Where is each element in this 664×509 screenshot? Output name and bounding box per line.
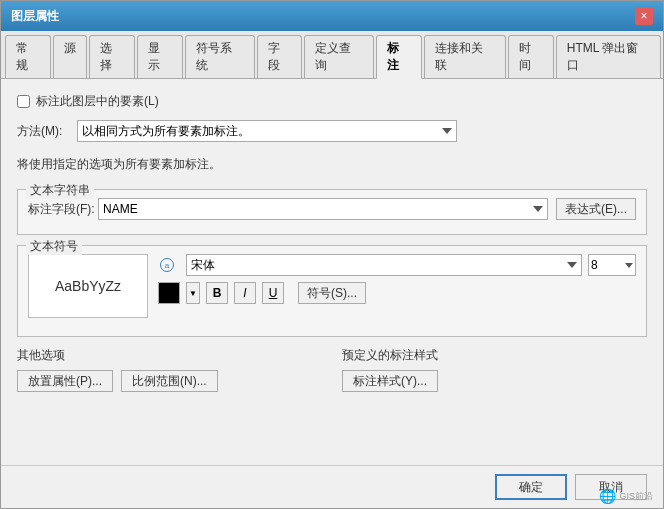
tab-selection[interactable]: 选择 [89, 35, 135, 78]
text-string-group: 文本字符串 标注字段(F): NAME 表达式(E)... [17, 189, 647, 235]
ok-button[interactable]: 确定 [495, 474, 567, 500]
text-symbol-group: 文本符号 AaBbYyZz a 宋体 8 [17, 245, 647, 337]
tab-bar: 常规 源 选择 显示 符号系统 字段 定义查询 标注 连接和关联 时间 HTML… [1, 31, 663, 79]
predefined-buttons: 标注样式(Y)... [342, 370, 647, 392]
scale-button[interactable]: 比例范围(N)... [121, 370, 218, 392]
predefined-group: 预定义的标注样式 标注样式(Y)... [342, 347, 647, 392]
symbol-section: AaBbYyZz a 宋体 8 [28, 254, 636, 318]
font-size-select[interactable]: 8 [588, 254, 636, 276]
text-symbol-title: 文本符号 [26, 238, 82, 255]
method-select[interactable]: 以相同方式为所有要素加标注。 [77, 120, 457, 142]
font-icon: a [158, 256, 176, 274]
tab-source[interactable]: 源 [53, 35, 87, 78]
tab-labels[interactable]: 标注 [376, 35, 422, 79]
tab-symbology[interactable]: 符号系统 [185, 35, 255, 78]
text-string-title: 文本字符串 [26, 182, 94, 199]
tab-joins[interactable]: 连接和关联 [424, 35, 506, 78]
predefined-title: 预定义的标注样式 [342, 347, 647, 364]
symbol-button[interactable]: 符号(S)... [298, 282, 366, 304]
label-field-row: 标注字段(F): NAME 表达式(E)... [28, 198, 636, 220]
watermark: 🌐 GIS前沿 [599, 488, 653, 504]
other-options-group: 其他选项 放置属性(P)... 比例范围(N)... [17, 347, 322, 392]
font-preview: AaBbYyZz [28, 254, 148, 318]
info-text: 将使用指定的选项为所有要素加标注。 [17, 156, 647, 173]
title-bar: 图层属性 × [1, 1, 663, 31]
label-checkbox[interactable] [17, 95, 30, 108]
tab-time[interactable]: 时间 [508, 35, 554, 78]
italic-button[interactable]: I [234, 282, 256, 304]
window-title: 图层属性 [11, 8, 59, 25]
main-window: 图层属性 × 常规 源 选择 显示 符号系统 字段 定义查询 标注 连接和关联 … [0, 0, 664, 509]
other-section: 其他选项 放置属性(P)... 比例范围(N)... 预定义的标注样式 标注样式… [17, 347, 647, 392]
bold-button[interactable]: B [206, 282, 228, 304]
tab-definition-query[interactable]: 定义查询 [304, 35, 374, 78]
font-color-button[interactable] [158, 282, 180, 304]
expression-button[interactable]: 表达式(E)... [556, 198, 636, 220]
font-controls: a 宋体 8 ▼ B I U [158, 254, 636, 318]
font-name-select[interactable]: 宋体 [186, 254, 582, 276]
label-field-label: 标注字段(F): [28, 201, 98, 218]
method-row: 方法(M): 以相同方式为所有要素加标注。 [17, 120, 647, 142]
placement-button[interactable]: 放置属性(P)... [17, 370, 113, 392]
label-field-select[interactable]: NAME [98, 198, 548, 220]
close-button[interactable]: × [635, 7, 653, 25]
font-name-row: a 宋体 8 [158, 254, 636, 276]
bottom-bar: 确定 取消 🌐 GIS前沿 [1, 465, 663, 508]
underline-button[interactable]: U [262, 282, 284, 304]
font-color-dropdown[interactable]: ▼ [186, 282, 200, 304]
other-buttons: 放置属性(P)... 比例范围(N)... [17, 370, 322, 392]
label-checkbox-label: 标注此图层中的要素(L) [36, 93, 159, 110]
font-style-row: ▼ B I U 符号(S)... [158, 282, 636, 304]
label-style-button[interactable]: 标注样式(Y)... [342, 370, 438, 392]
other-options-title: 其他选项 [17, 347, 322, 364]
tab-html-popup[interactable]: HTML 弹出窗口 [556, 35, 661, 78]
tab-display[interactable]: 显示 [137, 35, 183, 78]
tab-fields[interactable]: 字段 [257, 35, 303, 78]
label-checkbox-row: 标注此图层中的要素(L) [17, 93, 647, 110]
tab-content: 标注此图层中的要素(L) 方法(M): 以相同方式为所有要素加标注。 将使用指定… [1, 79, 663, 465]
preview-text: AaBbYyZz [55, 278, 121, 294]
tab-general[interactable]: 常规 [5, 35, 51, 78]
method-label: 方法(M): [17, 123, 77, 140]
